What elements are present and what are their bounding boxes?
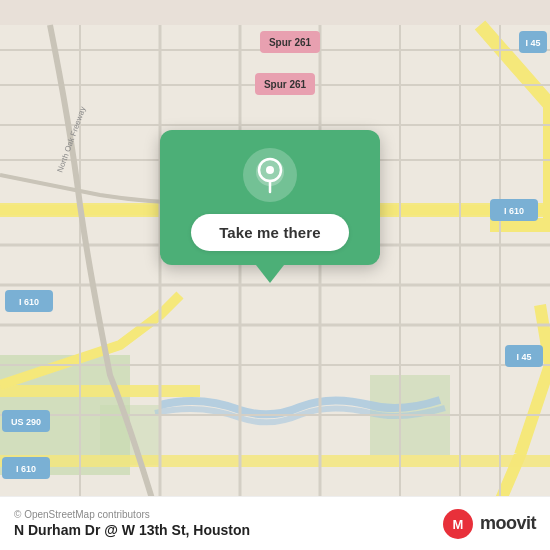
moovit-logo: M moovit xyxy=(442,508,536,540)
moovit-wordmark: moovit xyxy=(480,513,536,534)
svg-rect-8 xyxy=(0,455,550,467)
location-popup: Take me there xyxy=(160,130,380,265)
svg-text:I 610: I 610 xyxy=(19,297,39,307)
bottom-info: © OpenStreetMap contributors N Durham Dr… xyxy=(14,509,250,538)
svg-point-44 xyxy=(266,166,274,174)
svg-text:I 610: I 610 xyxy=(504,206,524,216)
take-me-there-button[interactable]: Take me there xyxy=(191,214,349,251)
svg-text:I 45: I 45 xyxy=(516,352,531,362)
bottom-bar: © OpenStreetMap contributors N Durham Dr… xyxy=(0,496,550,550)
svg-text:US 290: US 290 xyxy=(11,417,41,427)
moovit-icon: M xyxy=(442,508,474,540)
svg-text:I 45: I 45 xyxy=(525,38,540,48)
svg-rect-7 xyxy=(0,385,200,397)
svg-text:Spur 261: Spur 261 xyxy=(269,37,312,48)
svg-text:I 610: I 610 xyxy=(16,464,36,474)
svg-text:Spur 261: Spur 261 xyxy=(264,79,307,90)
location-pin-icon xyxy=(254,156,286,194)
location-icon-wrap xyxy=(243,148,297,202)
map-container: Spur 261 Spur 261 I 610 I 610 I 45 I 45 … xyxy=(0,0,550,550)
svg-text:M: M xyxy=(453,517,464,532)
location-name: N Durham Dr @ W 13th St, Houston xyxy=(14,522,250,538)
osm-attribution: © OpenStreetMap contributors xyxy=(14,509,250,520)
